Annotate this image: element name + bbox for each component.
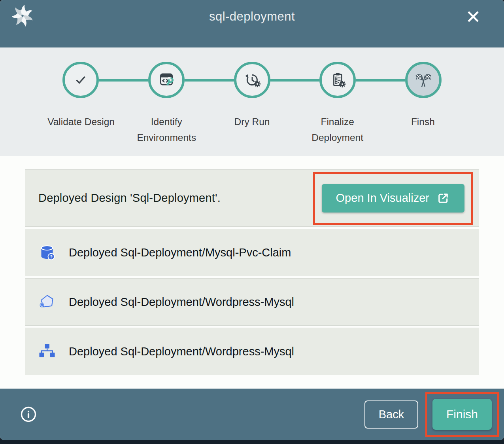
step-label-finish: Finsh <box>380 114 466 146</box>
result-row-text: Deployed Sql-Deployment/Wordpress-Mysql <box>69 345 294 358</box>
step-connector <box>356 79 405 82</box>
deployed-design-message: Deployed Design 'Sql-Deployment'. <box>38 192 221 205</box>
deployed-design-row: Deployed Design 'Sql-Deployment'. Open I… <box>25 169 479 227</box>
dry-run-gear-icon <box>243 70 262 89</box>
step-finish[interactable] <box>405 62 442 98</box>
finish-button[interactable]: Finish <box>432 399 492 430</box>
step-connector <box>270 79 320 82</box>
results-panel: Deployed Design 'Sql-Deployment'. Open I… <box>0 156 504 389</box>
result-row-text: Deployed Sql-Deployment/Wordpress-Mysql <box>69 296 294 309</box>
annotation-highlight-finish: Finish <box>425 392 499 437</box>
info-icon <box>20 406 37 423</box>
step-validate-design[interactable] <box>62 62 99 98</box>
clipboard-gear-icon <box>328 70 347 89</box>
deployment-stepper: Validate Design Identify Environments Dr… <box>0 47 504 156</box>
code-wrench-icon <box>157 70 176 89</box>
step-label-finalize-deployment: Finalize Deployment <box>295 114 380 146</box>
step-connector <box>99 79 148 82</box>
sql-deployment-modal: sql-deployment <box>0 0 504 440</box>
modal-title: sql-deployment <box>0 9 504 24</box>
result-row-wordpress-mysql-deployment: Deployed Sql-Deployment/Wordpress-Mysql <box>25 328 479 375</box>
result-row-mysql-pvc-claim: ? Deployed Sql-Deployment/Mysql-Pvc-Clai… <box>25 229 479 276</box>
modal-header: sql-deployment <box>0 0 504 47</box>
check-icon <box>71 70 90 89</box>
step-identify-environments[interactable] <box>148 62 185 98</box>
modal-footer: Back Finish <box>0 389 504 440</box>
database-icon: ? <box>38 244 56 261</box>
info-button[interactable] <box>20 406 37 423</box>
close-button[interactable] <box>464 8 482 25</box>
open-in-visualizer-label: Open In Visualizer <box>336 192 429 205</box>
result-row-wordpress-mysql-service: Deployed Sql-Deployment/Wordpress-Mysql <box>25 278 479 326</box>
finish-flags-icon <box>414 70 433 89</box>
step-label-validate-design: Validate Design <box>38 114 124 146</box>
step-finalize-deployment[interactable] <box>319 62 356 98</box>
step-connector <box>185 79 234 82</box>
stepper-labels: Validate Design Identify Environments Dr… <box>0 114 504 146</box>
step-label-dry-run: Dry Run <box>209 114 294 146</box>
annotation-highlight-visualizer: Open In Visualizer <box>313 172 473 225</box>
sitemap-icon <box>38 343 56 360</box>
step-label-identify-environments: Identify Environments <box>124 114 209 146</box>
pentagon-component-icon <box>38 293 56 311</box>
stepper-circles <box>0 47 504 98</box>
step-dry-run[interactable] <box>234 62 270 98</box>
result-row-text: Deployed Sql-Deployment/Mysql-Pvc-Claim <box>69 246 291 259</box>
svg-text:?: ? <box>50 254 53 259</box>
close-icon <box>464 8 482 25</box>
back-button[interactable]: Back <box>364 400 418 429</box>
external-link-icon <box>436 191 450 205</box>
open-in-visualizer-button[interactable]: Open In Visualizer <box>322 184 464 213</box>
